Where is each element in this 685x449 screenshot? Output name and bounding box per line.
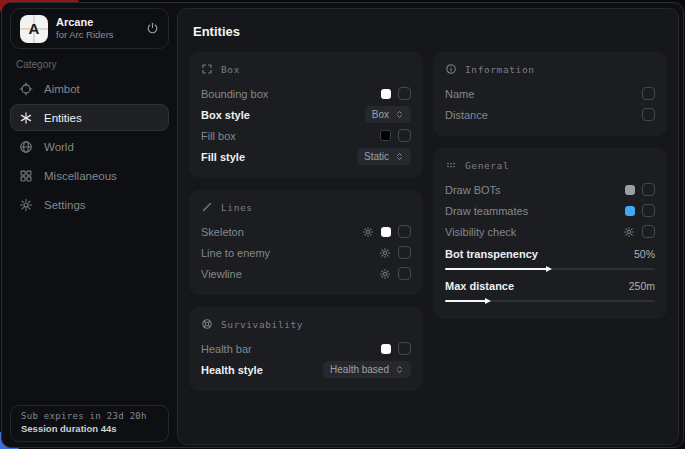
sidebar-item-label: Entities xyxy=(44,112,82,124)
sidebar-item-world[interactable]: World xyxy=(10,133,169,160)
brand-initial: A xyxy=(29,20,40,37)
category-label: Category xyxy=(16,59,57,70)
brand-title: Arcane xyxy=(56,16,138,30)
setting-row-fill-box: Fill box xyxy=(201,125,411,146)
setting-label: Distance xyxy=(445,109,488,121)
color-swatch[interactable] xyxy=(625,206,635,216)
panel-information-header: Information xyxy=(445,63,655,75)
grid-icon xyxy=(19,169,33,183)
slider-value: 50% xyxy=(634,248,655,260)
setting-row-name: Name xyxy=(445,83,655,104)
sidebar-nav: Aimbot Entities World Miscellaneous xyxy=(10,75,169,218)
max-distance-slider[interactable] xyxy=(445,300,655,302)
color-swatch[interactable] xyxy=(625,185,635,195)
setting-label: Fill style xyxy=(201,151,245,163)
session-duration-text: Session duration 44s xyxy=(21,423,158,434)
bot-transparency-slider[interactable] xyxy=(445,268,655,270)
select-value: Health based xyxy=(330,364,389,375)
panel-survivability-header: Survivability xyxy=(201,318,411,330)
gear-icon xyxy=(19,198,33,212)
setting-row-health-bar: Health bar xyxy=(201,338,411,359)
settings-gear-icon[interactable] xyxy=(379,268,391,280)
sidebar-item-label: Miscellaneous xyxy=(44,170,117,182)
box-style-select[interactable]: Box xyxy=(365,106,411,123)
setting-label: Bounding box xyxy=(201,88,268,100)
power-icon[interactable] xyxy=(146,22,159,35)
checkbox[interactable] xyxy=(398,87,411,100)
setting-row-fill-style: Fill style Static xyxy=(201,146,411,167)
checkbox[interactable] xyxy=(642,108,655,121)
panel-lines-header: Lines xyxy=(201,201,411,213)
sub-expiry-text: Sub expires in 23d 20h xyxy=(21,411,158,421)
panel-information: Information Name Distance xyxy=(433,52,667,136)
setting-label: Viewline xyxy=(201,268,242,280)
checkbox[interactable] xyxy=(642,87,655,100)
sidebar-item-label: Aimbot xyxy=(44,83,80,95)
panel-survivability: Survivability Health bar Health style He… xyxy=(189,307,423,391)
setting-row-skeleton: Skeleton xyxy=(201,221,411,242)
brand-text: Arcane for Arc Riders xyxy=(56,16,138,42)
panel-header-label: General xyxy=(465,160,509,171)
setting-row-draw-bots: Draw BOTs xyxy=(445,179,655,200)
sidebar-item-entities[interactable]: Entities xyxy=(10,104,169,131)
sidebar-item-label: Settings xyxy=(44,199,86,211)
page-title: Entities xyxy=(193,24,667,39)
brand-subtitle: for Arc Riders xyxy=(56,29,138,41)
max-distance-group: Max distance 250m xyxy=(445,276,655,302)
main-content: Entities Box Bounding box xyxy=(177,8,679,445)
checkbox[interactable] xyxy=(398,246,411,259)
sidebar-item-label: World xyxy=(44,141,74,153)
setting-label: Name xyxy=(445,88,474,100)
checkbox[interactable] xyxy=(642,204,655,217)
setting-row-bounding-box: Bounding box xyxy=(201,83,411,104)
checkbox[interactable] xyxy=(398,129,411,142)
subscription-info-card: Sub expires in 23d 20h Session duration … xyxy=(10,405,169,442)
setting-row-viewline: Viewline xyxy=(201,263,411,284)
checkbox[interactable] xyxy=(398,267,411,280)
brand-card: A Arcane for Arc Riders xyxy=(10,8,169,49)
panel-header-label: Survivability xyxy=(221,319,303,330)
color-swatch[interactable] xyxy=(380,130,391,141)
settings-gear-icon[interactable] xyxy=(379,247,391,259)
select-value: Static xyxy=(364,151,389,162)
sidebar: A Arcane for Arc Riders Category Aimbot xyxy=(2,3,176,447)
panel-general: General Draw BOTs Draw teammates xyxy=(433,148,667,319)
checkbox[interactable] xyxy=(398,225,411,238)
setting-row-line-to-enemy: Line to enemy xyxy=(201,242,411,263)
setting-row-distance: Distance xyxy=(445,104,655,125)
select-value: Box xyxy=(372,109,389,120)
app-window: A Arcane for Arc Riders Category Aimbot xyxy=(1,2,684,448)
checkbox[interactable] xyxy=(398,342,411,355)
sidebar-item-miscellaneous[interactable]: Miscellaneous xyxy=(10,162,169,189)
slider-fill[interactable] xyxy=(445,300,487,302)
brand-logo: A xyxy=(20,15,48,43)
checkbox[interactable] xyxy=(642,225,655,238)
setting-label: Max distance xyxy=(445,280,514,292)
setting-label: Box style xyxy=(201,109,250,121)
color-swatch[interactable] xyxy=(381,227,391,237)
settings-gear-icon[interactable] xyxy=(362,226,374,238)
panel-general-header: General xyxy=(445,159,655,171)
globe-icon xyxy=(19,140,33,154)
setting-label: Line to enemy xyxy=(201,247,270,259)
setting-label: Draw teammates xyxy=(445,205,528,217)
color-swatch[interactable] xyxy=(381,344,391,354)
crosshair-icon xyxy=(19,82,33,96)
setting-label: Health style xyxy=(201,364,263,376)
health-style-select[interactable]: Health based xyxy=(323,361,411,378)
panel-box-header: Box xyxy=(201,63,411,75)
right-column: Information Name Distance xyxy=(433,52,667,391)
sidebar-item-aimbot[interactable]: Aimbot xyxy=(10,75,169,102)
slider-fill[interactable] xyxy=(445,268,548,270)
setting-label: Draw BOTs xyxy=(445,184,501,196)
sidebar-item-settings[interactable]: Settings xyxy=(10,191,169,218)
chevron-up-down-icon xyxy=(395,152,404,161)
chevron-up-down-icon xyxy=(395,365,404,374)
checkbox[interactable] xyxy=(642,183,655,196)
settings-gear-icon[interactable] xyxy=(623,226,635,238)
panel-header-label: Box xyxy=(221,64,240,75)
chevron-up-down-icon xyxy=(395,110,404,119)
fill-style-select[interactable]: Static xyxy=(357,148,411,165)
dots-grid-icon xyxy=(445,159,457,171)
color-swatch[interactable] xyxy=(381,89,391,99)
